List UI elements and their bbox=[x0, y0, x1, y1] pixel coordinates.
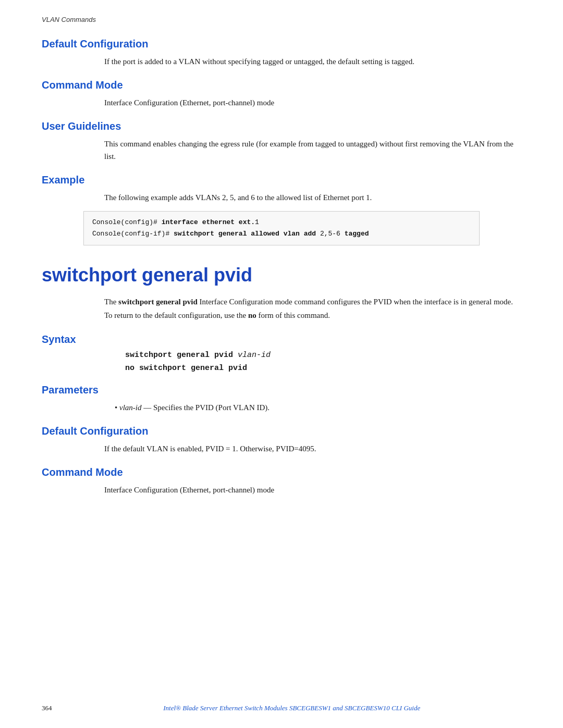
param-italic: vlan-id bbox=[119, 403, 142, 412]
code-line-2: Console(config-if)# switchport general a… bbox=[92, 228, 471, 240]
content-example: The following example adds VLANs 2, 5, a… bbox=[104, 191, 521, 204]
content-command-mode-2: Interface Configuration (Ethernet, port-… bbox=[104, 484, 521, 496]
code-line2-end: 2,5-6 bbox=[316, 230, 345, 238]
content-command-mode-1: Interface Configuration (Ethernet, port-… bbox=[104, 96, 521, 109]
section-syntax: Syntax switchport general pvid vlan-id n… bbox=[42, 334, 521, 373]
syntax-bold-2: no switchport general pvid bbox=[125, 364, 247, 373]
section-parameters: Parameters vlan-id — Specifies the PVID … bbox=[42, 384, 521, 414]
code-line1-end: 1 bbox=[255, 218, 259, 226]
footer-page-number: 364 bbox=[42, 704, 52, 712]
intro-paragraph: The switchport general pvid Interface Co… bbox=[104, 295, 521, 322]
intro-bold1: switchport general pvid bbox=[118, 298, 198, 306]
section-default-config-1: Default Configuration If the port is add… bbox=[42, 38, 521, 68]
heading-example: Example bbox=[42, 174, 521, 186]
parameter-bullet: vlan-id — Specifies the PVID (Port VLAN … bbox=[115, 401, 521, 414]
heading-parameters: Parameters bbox=[42, 384, 521, 396]
code-line2-bold2: tagged bbox=[345, 230, 369, 238]
section-command-mode-1: Command Mode Interface Configuration (Et… bbox=[42, 79, 521, 109]
footer: 364 Intel® Blade Server Ethernet Switch … bbox=[42, 704, 521, 712]
section-user-guidelines: User Guidelines This command enables cha… bbox=[42, 120, 521, 163]
heading-default-config-1: Default Configuration bbox=[42, 38, 521, 50]
syntax-line-1: switchport general pvid vlan-id bbox=[125, 351, 521, 360]
code-line-1: Console(config)# interface ethernet ext.… bbox=[92, 217, 471, 228]
content-default-config-2: If the default VLAN is enabled, PVID = 1… bbox=[104, 442, 521, 455]
content-user-guidelines: This command enables changing the egress… bbox=[104, 138, 521, 163]
heading-command-mode-1: Command Mode bbox=[42, 79, 521, 91]
intro-bold2: no bbox=[248, 311, 256, 319]
section-command-mode-2: Command Mode Interface Configuration (Et… bbox=[42, 466, 521, 496]
syntax-bold-1: switchport general pvid bbox=[125, 351, 233, 360]
code-block: Console(config)# interface ethernet ext.… bbox=[83, 211, 480, 245]
code-line2-bold: switchport general allowed vlan add bbox=[174, 230, 316, 238]
syntax-line-2: no switchport general pvid bbox=[125, 364, 521, 373]
heading-syntax: Syntax bbox=[42, 334, 521, 346]
heading-user-guidelines: User Guidelines bbox=[42, 120, 521, 132]
command-title: switchport general pvid bbox=[42, 264, 521, 286]
section-example: Example The following example adds VLANs… bbox=[42, 174, 521, 204]
code-line1-normal: Console(config)# bbox=[92, 218, 162, 226]
section-default-config-2: Default Configuration If the default VLA… bbox=[42, 425, 521, 455]
breadcrumb: VLAN Commands bbox=[42, 16, 521, 23]
code-line2-normal: Console(config-if)# bbox=[92, 230, 174, 238]
content-default-config-1: If the port is added to a VLAN without s… bbox=[104, 55, 521, 68]
heading-command-mode-2: Command Mode bbox=[42, 466, 521, 478]
code-line1-bold: interface ethernet ext. bbox=[162, 218, 255, 226]
footer-title: Intel® Blade Server Ethernet Switch Modu… bbox=[63, 704, 522, 712]
syntax-italic-1: vlan-id bbox=[233, 351, 271, 360]
page-container: VLAN Commands Default Configuration If t… bbox=[0, 0, 563, 728]
heading-default-config-2: Default Configuration bbox=[42, 425, 521, 437]
param-text: — Specifies the PVID (Port VLAN ID). bbox=[142, 403, 270, 412]
